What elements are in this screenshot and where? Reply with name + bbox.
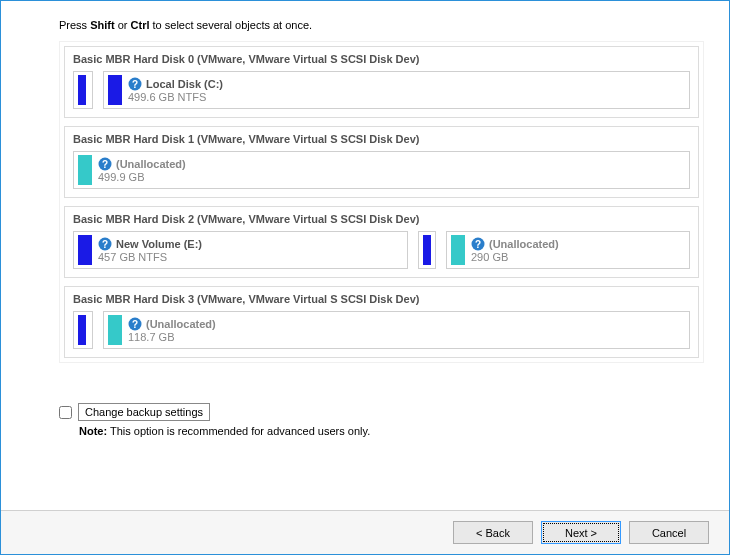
volume-details: 457 GB NTFS [98,251,202,263]
svg-text:?: ? [475,239,481,250]
cancel-button[interactable]: Cancel [629,521,709,544]
next-button[interactable]: Next > [541,521,621,544]
help-icon: ? [128,317,142,331]
volume-details: 290 GB [471,251,559,263]
disk-group-2[interactable]: Basic MBR Hard Disk 2 (VMware, VMware Vi… [64,206,699,278]
svg-text:?: ? [132,319,138,330]
volume-local-disk-c[interactable]: ? Local Disk (C:) 499.6 GB NTFS [103,71,690,109]
volume-name: (Unallocated) [489,238,559,250]
volume-details: 118.7 GB [128,331,216,343]
disk-title: Basic MBR Hard Disk 2 (VMware, VMware Vi… [73,213,690,225]
disk-title: Basic MBR Hard Disk 1 (VMware, VMware Vi… [73,133,690,145]
volume-unallocated-2[interactable]: ? (Unallocated) 290 GB [446,231,690,269]
disk-group-1[interactable]: Basic MBR Hard Disk 1 (VMware, VMware Vi… [64,126,699,198]
volume-reserved-3[interactable] [73,311,93,349]
volume-reserved-2[interactable] [418,231,436,269]
volume-system-reserved[interactable] [73,71,93,109]
volume-details: 499.6 GB NTFS [128,91,223,103]
instruction-text: Press Shift or Ctrl to select several ob… [59,19,704,31]
help-icon: ? [128,77,142,91]
disk-title: Basic MBR Hard Disk 0 (VMware, VMware Vi… [73,53,690,65]
svg-text:?: ? [102,239,108,250]
help-icon: ? [98,237,112,251]
volume-name: New Volume (E:) [116,238,202,250]
disk-group-3[interactable]: Basic MBR Hard Disk 3 (VMware, VMware Vi… [64,286,699,358]
volume-unallocated-3[interactable]: ? (Unallocated) 118.7 GB [103,311,690,349]
disk-title: Basic MBR Hard Disk 3 (VMware, VMware Vi… [73,293,690,305]
volume-new-volume-e[interactable]: ? New Volume (E:) 457 GB NTFS [73,231,408,269]
volume-name: (Unallocated) [116,158,186,170]
volume-unallocated[interactable]: ? (Unallocated) 499.9 GB [73,151,690,189]
help-icon: ? [471,237,485,251]
svg-text:?: ? [102,159,108,170]
svg-text:?: ? [132,79,138,90]
disk-list: Basic MBR Hard Disk 0 (VMware, VMware Vi… [59,41,704,363]
note-text: Note: This option is recommended for adv… [79,425,704,437]
volume-name: Local Disk (C:) [146,78,223,90]
wizard-button-bar: < Back Next > Cancel [1,510,729,554]
change-backup-settings-label[interactable]: Change backup settings [78,403,210,421]
change-backup-settings-checkbox[interactable] [59,406,72,419]
volume-details: 499.9 GB [98,171,186,183]
volume-name: (Unallocated) [146,318,216,330]
disk-group-0[interactable]: Basic MBR Hard Disk 0 (VMware, VMware Vi… [64,46,699,118]
back-button[interactable]: < Back [453,521,533,544]
help-icon: ? [98,157,112,171]
